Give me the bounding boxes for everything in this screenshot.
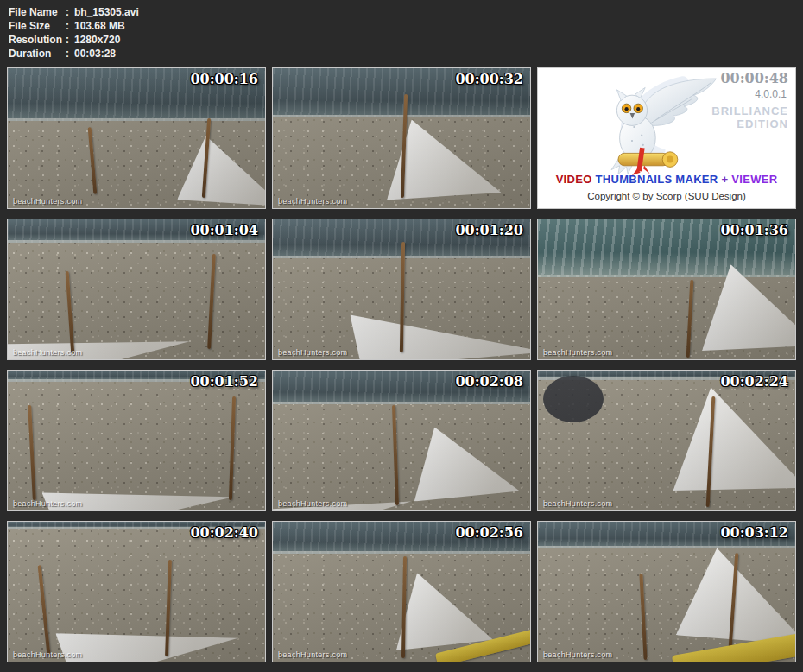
video-thumbnail: 00:01:52 beachHunters.com xyxy=(7,370,266,511)
field-label: File Size xyxy=(9,19,66,33)
branding-cell: 00:00:48 4.0.0.1 BRILLIANCE EDITION xyxy=(537,67,796,209)
watermark: beachHunters.com xyxy=(278,650,347,659)
product-title: VIDEO THUMBNAILS MAKER + VIEWER xyxy=(538,173,795,186)
pole-shape xyxy=(402,556,407,658)
watermark: beachHunters.com xyxy=(543,348,612,357)
timestamp-overlay: 00:02:40 xyxy=(190,524,258,541)
pole-shape xyxy=(207,254,216,349)
video-thumbnail: 00:01:20 beachHunters.com xyxy=(272,219,531,360)
beach-scene-placeholder xyxy=(538,371,795,510)
pole-shape xyxy=(392,405,399,505)
product-word-maker: THUMBNAILS MAKER xyxy=(596,173,718,186)
watermark: beachHunters.com xyxy=(278,348,347,357)
video-thumbnail: 00:02:56 beachHunters.com xyxy=(272,521,531,662)
sail-shape xyxy=(673,384,796,511)
watermark: beachHunters.com xyxy=(13,348,82,357)
separator: : xyxy=(66,33,74,47)
watermark: beachHunters.com xyxy=(13,197,82,206)
field-value: bh_15305.avi xyxy=(74,5,139,19)
timestamp-overlay: 00:01:36 xyxy=(720,222,788,238)
separator: : xyxy=(66,47,74,60)
timestamp-overlay: 00:01:20 xyxy=(455,222,523,238)
watermark: beachHunters.com xyxy=(543,499,612,508)
kayak-shape xyxy=(672,633,796,662)
video-thumbnail: 00:02:40 beachHunters.com xyxy=(7,521,266,662)
pole-shape xyxy=(66,271,75,354)
sail-shape xyxy=(414,426,526,511)
field-value: 00:03:28 xyxy=(74,47,116,60)
beach-scene-placeholder xyxy=(273,68,530,208)
product-word-viewer: VIEWER xyxy=(731,173,777,186)
separator: : xyxy=(66,19,74,33)
beach-scene-placeholder xyxy=(8,371,265,510)
copyright-line: Copyright © by Scorp (SUU Design) xyxy=(538,191,795,201)
product-word-video: VIDEO xyxy=(556,173,592,186)
duration-row: Duration : 00:03:28 xyxy=(9,47,139,60)
file-info-header: File Name : bh_15305.avi File Size : 103… xyxy=(9,5,139,60)
pole-shape xyxy=(229,396,236,500)
product-word-plus: + xyxy=(721,173,728,186)
video-thumbnail: 00:02:24 beachHunters.com xyxy=(537,370,796,511)
field-label: Duration xyxy=(9,47,66,60)
watermark: beachHunters.com xyxy=(13,499,82,508)
sail-shape xyxy=(177,133,266,209)
thumbnail-grid: 00:00:16 beachHunters.com 00:00:32 beach… xyxy=(7,67,796,662)
timestamp-overlay: 00:00:32 xyxy=(455,71,523,87)
pole-shape xyxy=(28,405,36,500)
beach-scene-placeholder xyxy=(538,522,795,662)
video-thumbnail: 00:00:16 beachHunters.com xyxy=(7,67,266,209)
resolution-row: Resolution : 1280x720 xyxy=(9,33,139,47)
timestamp-overlay: 00:01:52 xyxy=(190,373,258,390)
beach-scene-placeholder xyxy=(8,219,265,359)
watermark: beachHunters.com xyxy=(543,650,612,659)
file-name-row: File Name : bh_15305.avi xyxy=(9,5,139,19)
sail-shape xyxy=(702,263,796,360)
field-label: File Name xyxy=(9,5,66,19)
pole-shape xyxy=(728,553,739,660)
thumbnail-contact-sheet: File Name : bh_15305.avi File Size : 103… xyxy=(0,0,803,672)
timestamp-overlay: 00:01:04 xyxy=(190,222,258,238)
video-thumbnail: 00:00:32 beachHunters.com xyxy=(272,67,531,209)
beach-scene-placeholder xyxy=(273,371,530,510)
pole-shape xyxy=(401,94,408,198)
video-thumbnail: 00:03:12 beachHunters.com xyxy=(537,521,796,662)
tarp-shape xyxy=(345,283,531,360)
field-label: Resolution xyxy=(9,33,66,47)
pole-shape xyxy=(202,118,211,198)
sail-shape xyxy=(396,572,500,662)
beach-scene-placeholder xyxy=(273,522,530,662)
field-value: 1280x720 xyxy=(74,33,120,47)
watermark: beachHunters.com xyxy=(278,499,347,508)
timestamp-overlay: 00:00:16 xyxy=(190,71,258,87)
file-size-row: File Size : 103.68 MB xyxy=(9,19,139,33)
pole-shape xyxy=(165,560,172,656)
pole-shape xyxy=(400,242,405,352)
kayak-shape xyxy=(435,629,531,662)
version-label: 4.0.0.1 xyxy=(755,88,787,100)
timestamp-overlay: 00:02:24 xyxy=(720,373,788,390)
sail-shape xyxy=(676,543,796,662)
separator: : xyxy=(66,5,74,19)
timestamp-overlay: 00:03:12 xyxy=(720,524,788,541)
video-thumbnail: 00:01:36 beachHunters.com xyxy=(537,219,796,360)
video-thumbnail: 00:02:08 beachHunters.com xyxy=(272,370,531,511)
pole-shape xyxy=(88,127,98,194)
pole-shape xyxy=(686,280,694,358)
sail-shape xyxy=(387,117,509,209)
beach-scene-placeholder xyxy=(273,219,530,359)
pole-shape xyxy=(639,574,647,660)
pole-shape xyxy=(706,396,716,507)
beach-scene-placeholder xyxy=(8,68,265,208)
timestamp-overlay: 00:02:56 xyxy=(455,524,523,541)
owl-with-scroll-icon xyxy=(561,72,743,175)
watermark: beachHunters.com xyxy=(13,650,82,659)
beach-scene-placeholder xyxy=(538,219,795,359)
timestamp-overlay: 00:02:08 xyxy=(455,373,523,390)
pole-shape xyxy=(38,565,51,655)
video-thumbnail: 00:01:04 beachHunters.com xyxy=(7,219,266,360)
beach-scene-placeholder xyxy=(8,522,265,662)
watermark: beachHunters.com xyxy=(278,197,347,206)
dark-object-shape xyxy=(543,376,604,422)
field-value: 103.68 MB xyxy=(74,19,125,33)
